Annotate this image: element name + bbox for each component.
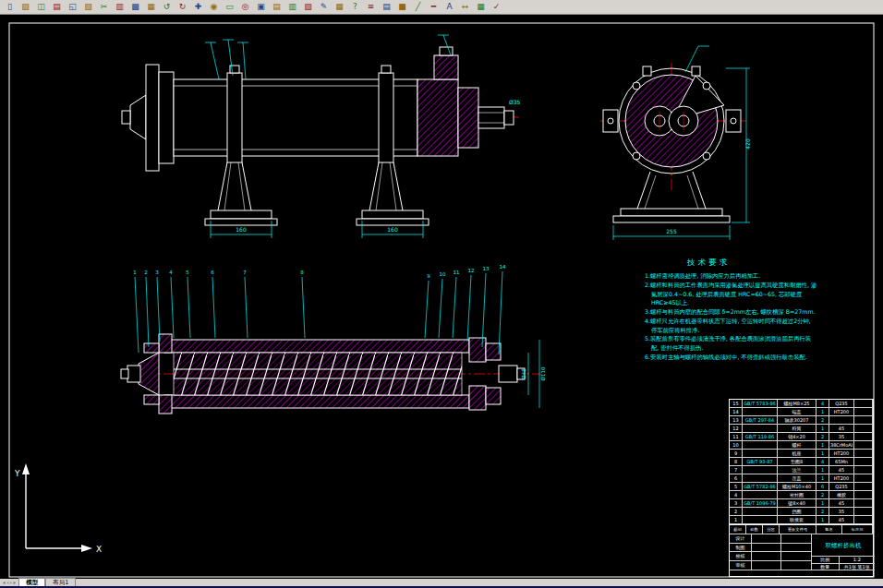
part-number: 4 xyxy=(730,491,743,499)
toolbar-icon[interactable]: ✂ xyxy=(97,1,111,13)
part-code xyxy=(743,491,778,499)
title-block-field-row: 审核 xyxy=(730,561,811,570)
toolbar-icon-glyph: ≡ xyxy=(368,2,375,11)
parts-list-row: 7 法兰 1 45 xyxy=(730,466,873,474)
toolbar-icon-glyph: ◱ xyxy=(68,2,77,11)
toolbar-icon-glyph: ◉ xyxy=(211,2,218,11)
side-view[interactable] xyxy=(122,47,519,225)
title-block-top-cell: 分区 xyxy=(763,525,780,534)
title-block-field-row: 设计 xyxy=(730,534,811,544)
toolbar-icon[interactable]: ▧ xyxy=(81,1,95,13)
toolbar-icon[interactable]: ✚ xyxy=(191,1,205,13)
ucs-icon: Y X xyxy=(14,463,102,554)
part-material: 45 xyxy=(829,466,854,474)
part-name: 机座 xyxy=(778,450,816,458)
parts-list-row: 9 机座 1 HT200 xyxy=(730,450,873,458)
part-qty: 2 xyxy=(816,491,829,499)
part-code xyxy=(743,450,778,458)
toolbar-icon-glyph: ▦ xyxy=(147,2,155,11)
toolbar-icon[interactable]: ↻ xyxy=(175,1,189,13)
part-qty: 1 xyxy=(816,450,829,458)
toolbar-icon[interactable]: ▤ xyxy=(50,1,64,13)
part-number: 13 xyxy=(730,416,743,425)
tab-nav-button[interactable]: « xyxy=(3,579,6,586)
tab-layout1[interactable]: 布局1 xyxy=(45,578,76,586)
toolbar-icon[interactable]: ▥ xyxy=(285,1,299,13)
technical-requirement-item: 4.螺杆只允许在机器带料状态下运转, 空运转时间不得超过2分钟, 停车前应将料排… xyxy=(645,317,818,335)
toolbar-icon[interactable]: ▦ xyxy=(333,1,346,13)
toolbar-icon[interactable]: ▭ xyxy=(223,1,236,13)
parts-list-row: 12 料筒 1 45 xyxy=(730,425,873,433)
end-view[interactable] xyxy=(600,63,746,222)
part-note xyxy=(854,483,873,491)
part-qty: 2 xyxy=(816,416,829,425)
tab-nav-button[interactable]: ‹ xyxy=(6,579,8,586)
toolbar-icon[interactable]: ↔ xyxy=(458,1,472,13)
part-code xyxy=(743,516,778,524)
toolbar-icon-glyph: ◎ xyxy=(242,2,249,11)
tab-model[interactable]: 模型 xyxy=(18,578,45,586)
toolbar-icon[interactable]: ✎ xyxy=(317,1,331,13)
toolbar-icon[interactable]: ▤ xyxy=(380,1,393,13)
svg-text:12: 12 xyxy=(468,268,475,273)
toolbar-icon[interactable]: ≡ xyxy=(364,1,378,13)
toolbar-icon[interactable]: ━ xyxy=(427,1,441,13)
svg-text:Ø35: Ø35 xyxy=(509,99,521,105)
toolbar-icon[interactable]: ? xyxy=(348,1,362,13)
svg-text:4: 4 xyxy=(169,270,173,275)
toolbar-icon-glyph: ▨ xyxy=(21,2,30,11)
toolbar-icon[interactable]: ▤ xyxy=(270,1,284,13)
part-material: 橡胶 xyxy=(829,491,854,499)
toolbar-icon[interactable]: ◉ xyxy=(207,1,221,13)
parts-list-row: 6 压盖 1 HT200 xyxy=(730,474,873,483)
toolbar-icon[interactable]: A xyxy=(442,1,456,13)
title-block-top-cell: 标记 xyxy=(730,525,746,534)
part-number: 14 xyxy=(730,408,743,416)
toolbar-icon-glyph: ✓ xyxy=(493,2,501,11)
toolbar-icon[interactable]: ▩ xyxy=(128,1,142,13)
part-name: 料筒 xyxy=(778,425,816,433)
section-view[interactable] xyxy=(121,334,543,414)
toolbar-icon[interactable]: ◫ xyxy=(34,1,48,13)
title-block-field-row: 制图 xyxy=(730,544,811,553)
part-code xyxy=(743,425,778,433)
toolbar-icon-glyph: ▧ xyxy=(84,2,92,11)
part-material: 65Mn xyxy=(829,458,854,466)
toolbar-icon[interactable]: ╱ xyxy=(411,1,425,13)
toolbar-icon[interactable]: ✓ xyxy=(490,1,503,13)
toolbar-icon[interactable]: ▣ xyxy=(254,1,268,13)
toolbar-icon-glyph: ▦ xyxy=(335,2,344,11)
toolbar-icon[interactable]: ▧ xyxy=(301,1,315,13)
svg-text:255: 255 xyxy=(666,228,677,234)
tab-nav-button[interactable]: » xyxy=(13,579,16,586)
drawing-canvas[interactable]: 160 160 Ø35 xyxy=(0,15,883,579)
sheet-value: 共1张 第1张 xyxy=(840,564,875,571)
svg-text:8: 8 xyxy=(300,270,304,275)
technical-requirement-item: 3.螺杆与料筒内壁的配合间隙 δ=2mm左右, 螺纹槽深 B=27mm. xyxy=(645,307,818,317)
toolbar-icon[interactable]: ↺ xyxy=(160,1,174,13)
toolbar-icon[interactable]: ▦ xyxy=(474,1,488,13)
part-name: 螺杆 xyxy=(778,441,816,450)
toolbar-icon[interactable]: ◱ xyxy=(66,1,79,13)
toolbar-icon[interactable]: ▥ xyxy=(113,1,127,13)
part-name: 销4×20 xyxy=(778,433,816,441)
part-name: 螺栓M8×25 xyxy=(778,400,816,408)
part-number: 15 xyxy=(730,400,743,408)
parts-list-row: 13 GB/T 297-84 轴承30207 2 xyxy=(730,416,873,425)
toolbar-icon[interactable]: ▦ xyxy=(144,1,158,13)
toolbar-icon[interactable]: ▨ xyxy=(18,1,32,13)
toolbar-icon-glyph: ✂ xyxy=(101,2,108,11)
part-name: 键8×40 xyxy=(778,499,816,508)
field-label: 制图 xyxy=(730,544,752,553)
tab-nav-button[interactable]: › xyxy=(10,579,12,586)
technical-requirement-item: 5.装配前所有零件必须清洗干净, 各配合表面涂润滑油脂后再行装配, 密封件不得损… xyxy=(645,334,818,353)
part-qty: 1 xyxy=(816,466,829,474)
toolbar-icon-glyph: ▤ xyxy=(382,2,391,11)
toolbar-icon[interactable]: ■ xyxy=(395,1,409,13)
part-note xyxy=(854,441,873,450)
toolbar-icon[interactable]: ◎ xyxy=(238,1,252,13)
standard-toolbar: ▯ ▨ ◫ ▤ ◱ ▧ ✂ ▥ ▩ ▦ ↺ ↻ ✚ ◉ ▭ ◎ xyxy=(0,0,883,15)
svg-text:7: 7 xyxy=(243,270,247,275)
toolbar-icon[interactable]: ▯ xyxy=(3,1,17,13)
part-number: 11 xyxy=(730,433,743,441)
